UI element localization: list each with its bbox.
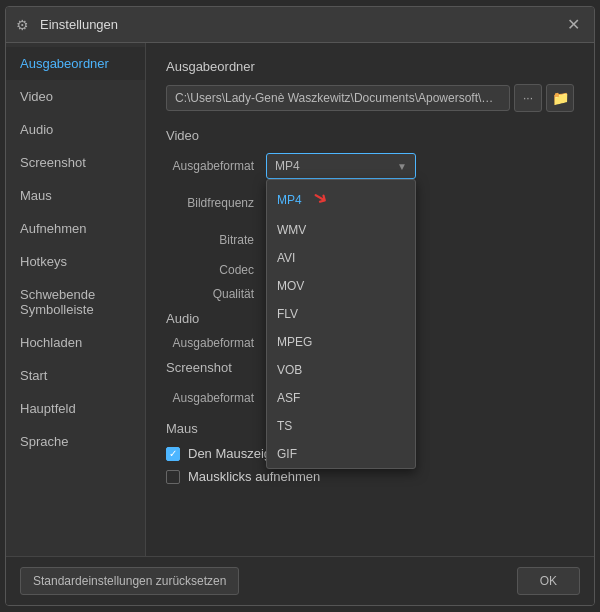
sidebar-item-sprache[interactable]: Sprache [6,425,145,458]
sidebar: Ausgabeordner Video Audio Screenshot Mau… [6,43,146,556]
dropdown-item-asf[interactable]: ASF [267,384,415,412]
reset-button[interactable]: Standardeinstellungen zurücksetzen [20,567,239,595]
dropdown-item-gif[interactable]: GIF [267,440,415,468]
footer: Standardeinstellungen zurücksetzen OK [6,556,594,605]
dropdown-item-avi[interactable]: AVI [267,244,415,272]
folder-dots-button[interactable]: ··· [514,84,542,112]
sidebar-item-ausgabeordner[interactable]: Ausgabeordner [6,47,145,80]
ausgabeformat-dropdown: MP4 ➜ WMV AVI MOV FLV MPEG VOB ASF TS GI… [266,179,416,469]
audio-ausgabeformat-label: Ausgabeformat [166,336,266,350]
close-button[interactable]: ✕ [563,15,584,34]
settings-dialog: ⚙ Einstellungen ✕ Ausgabeordner Video Au… [5,6,595,606]
ausgabeformat-label: Ausgabeformat [166,159,266,173]
codec-label: Codec [166,263,266,277]
ok-button[interactable]: OK [517,567,580,595]
bitrate-label: Bitrate [166,233,266,247]
gear-icon: ⚙ [16,17,32,33]
folder-path: C:\Users\Lady-Genè Waszkewitz\Documents\… [166,85,510,111]
main-panel: Ausgabeordner C:\Users\Lady-Genè Waszkew… [146,43,594,556]
dropdown-item-mp4[interactable]: MP4 ➜ [267,180,415,216]
red-arrow-icon: ➜ [309,185,333,212]
folder-browse-button[interactable]: 📁 [546,84,574,112]
sidebar-item-audio[interactable]: Audio [6,113,145,146]
dropdown-arrow-icon: ▼ [397,161,407,172]
ausgabeformat-value: MP4 [275,159,300,173]
dropdown-item-ts[interactable]: TS [267,412,415,440]
sidebar-item-maus[interactable]: Maus [6,179,145,212]
dropdown-item-wmv[interactable]: WMV [267,216,415,244]
sidebar-item-hotkeys[interactable]: Hotkeys [6,245,145,278]
sidebar-item-start[interactable]: Start [6,359,145,392]
sidebar-item-video[interactable]: Video [6,80,145,113]
sidebar-item-hochladen[interactable]: Hochladen [6,326,145,359]
maus-checkbox2-row: Mausklicks aufnehmen [166,469,574,484]
title-bar: ⚙ Einstellungen ✕ [6,7,594,43]
sidebar-item-aufnehmen[interactable]: Aufnehmen [6,212,145,245]
content-area: Ausgabeordner Video Audio Screenshot Mau… [6,43,594,556]
screenshot-ausgabeformat-label: Ausgabeformat [166,391,266,405]
video-section-title: Video [166,128,574,143]
folder-row: C:\Users\Lady-Genè Waszkewitz\Documents\… [166,84,574,112]
ausgabeformat-select-wrapper: MP4 ▼ MP4 ➜ WMV AVI MOV FLV MPEG [266,153,416,179]
sidebar-item-schwebende[interactable]: Schwebende Symbolleiste [6,278,145,326]
maus-checkbox2[interactable] [166,470,180,484]
dropdown-item-mov[interactable]: MOV [267,272,415,300]
ausgabeformat-row: Ausgabeformat MP4 ▼ MP4 ➜ WMV AVI [166,153,574,179]
sidebar-item-hauptfeld[interactable]: Hauptfeld [6,392,145,425]
maus-checkbox2-label: Mausklicks aufnehmen [188,469,320,484]
qualitaet-label: Qualität [166,287,266,301]
ausgabeordner-section-title: Ausgabeordner [166,59,574,74]
dialog-title: Einstellungen [40,17,563,32]
ausgabeformat-select[interactable]: MP4 ▼ [266,153,416,179]
maus-checkbox1[interactable]: ✓ [166,447,180,461]
checkmark-icon: ✓ [169,449,177,459]
bildfrequenz-label: Bildfrequenz [166,196,266,210]
sidebar-item-screenshot[interactable]: Screenshot [6,146,145,179]
dropdown-item-vob[interactable]: VOB [267,356,415,384]
dropdown-item-flv[interactable]: FLV [267,300,415,328]
dropdown-item-mpeg[interactable]: MPEG [267,328,415,356]
